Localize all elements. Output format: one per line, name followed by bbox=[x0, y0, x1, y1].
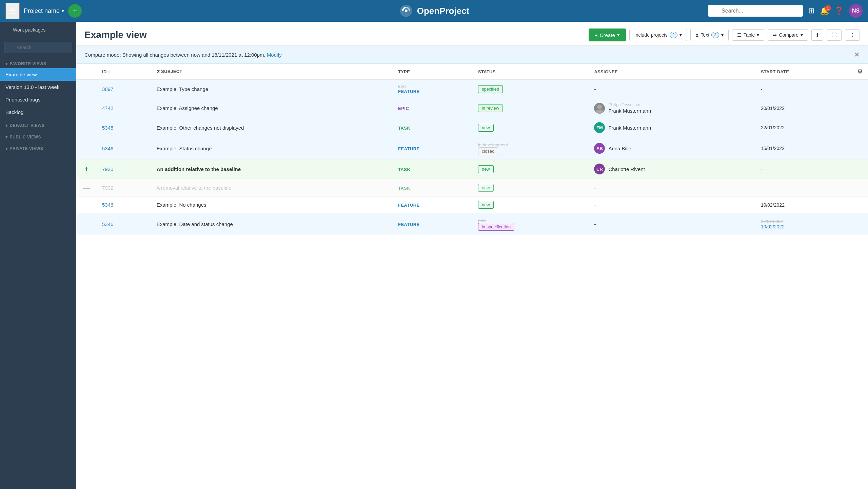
create-button[interactable]: + Create ▾ bbox=[589, 29, 626, 41]
row-assignee: - bbox=[589, 213, 755, 235]
row-actions bbox=[852, 179, 868, 197]
settings-gear-icon[interactable]: ⚙ bbox=[857, 68, 863, 75]
compare-banner-close[interactable]: ✕ bbox=[854, 51, 860, 59]
topnav-right: 🔍 ⊞ 🔔 1 ❓ NS bbox=[708, 4, 863, 18]
help-button[interactable]: ❓ bbox=[834, 6, 844, 15]
row-actions bbox=[852, 80, 868, 98]
public-views-section[interactable]: ▾ PUBLIC VIEWS bbox=[0, 130, 76, 142]
notifications-button[interactable]: 🔔 1 bbox=[820, 6, 829, 15]
col-id-header[interactable]: ID ↑ bbox=[97, 64, 151, 80]
main-content: Example view + Create ▾ Include projects… bbox=[76, 22, 868, 489]
row-indicator-cell bbox=[76, 137, 97, 159]
col-status-header[interactable]: STATUS bbox=[473, 64, 589, 80]
compare-button[interactable]: ⇌ Compare ▾ bbox=[768, 29, 808, 41]
row-startdate: 10/02/2022 bbox=[755, 197, 852, 213]
compare-label: Compare bbox=[779, 32, 798, 38]
row-id[interactable]: 4742 bbox=[97, 98, 151, 118]
public-views-label: PUBLIC VIEWS bbox=[10, 135, 41, 139]
startdate-label: START DATE bbox=[761, 69, 789, 74]
include-projects-chevron-icon: ▾ bbox=[679, 32, 682, 38]
table-header-row: ID ↑ ⧖ SUBJECT TYPE STATUS bbox=[76, 64, 868, 80]
search-wrapper: 🔍 bbox=[708, 5, 803, 17]
row-id[interactable]: 5345 bbox=[97, 118, 151, 137]
id-label: ID bbox=[102, 69, 107, 74]
row-id[interactable]: 5346 bbox=[97, 197, 151, 213]
table-row: 5346 Example: No changes FEATURE new - 1… bbox=[76, 197, 868, 213]
sidebar-search-input[interactable] bbox=[4, 42, 72, 53]
row-startdate: - bbox=[755, 179, 852, 197]
assignee-avatar: CR bbox=[594, 164, 605, 174]
table-button[interactable]: ☰ Table ▾ bbox=[732, 29, 764, 41]
text-filter-button[interactable]: ⧗ Text 3 ▾ bbox=[690, 29, 729, 41]
sidebar-item-example-view[interactable]: Example view bbox=[0, 68, 76, 81]
modify-link[interactable]: Modify bbox=[267, 52, 282, 58]
text-filter-label: Text bbox=[701, 32, 710, 38]
sidebar-item-prioritised-bugs[interactable]: Prioritised bugs bbox=[0, 93, 76, 106]
row-id[interactable]: 5346 bbox=[97, 213, 151, 235]
sidebar-item-backlog[interactable]: Backlog bbox=[0, 106, 76, 118]
type-value: TASK bbox=[398, 167, 410, 172]
row-id[interactable]: 3897 bbox=[97, 80, 151, 98]
info-button[interactable]: ℹ bbox=[811, 29, 823, 41]
fullscreen-button[interactable]: ⛶ bbox=[827, 29, 842, 41]
startdate-old-value: 20/01/2022 bbox=[761, 219, 846, 224]
row-type: FEATURE bbox=[393, 197, 473, 213]
back-to-work-packages[interactable]: ← Work packages bbox=[0, 22, 76, 38]
row-id[interactable]: 7930 bbox=[97, 159, 151, 179]
more-button[interactable]: ⋮ bbox=[845, 29, 860, 41]
col-settings-header[interactable]: ⚙ bbox=[852, 64, 868, 80]
subject-label: SUBJECT bbox=[161, 69, 182, 74]
create-label: Create bbox=[600, 32, 615, 38]
app-logo: OpenProject bbox=[399, 3, 470, 18]
default-views-arrow-icon: ▾ bbox=[5, 123, 8, 128]
row-subject: Example: Other changes not displayed bbox=[151, 118, 393, 137]
row-indicator-cell: — bbox=[76, 179, 97, 197]
row-assignee: CR Charlotte Rivent bbox=[589, 159, 755, 179]
status-badge: new bbox=[478, 165, 494, 173]
col-type-header[interactable]: TYPE bbox=[393, 64, 473, 80]
grid-menu-button[interactable]: ⊞ bbox=[808, 6, 814, 15]
back-label: Work packages bbox=[13, 27, 45, 33]
status-badge: in review bbox=[478, 104, 503, 112]
back-arrow-icon: ← bbox=[5, 27, 10, 33]
row-indicator-cell bbox=[76, 98, 97, 118]
toolbar: + Create ▾ Include projects 2 ▾ ⧗ Text 3… bbox=[589, 29, 860, 41]
project-selector[interactable]: Project name ▾ bbox=[24, 7, 64, 15]
row-actions bbox=[852, 213, 868, 235]
include-projects-button[interactable]: Include projects 2 ▾ bbox=[629, 29, 687, 41]
type-label: TYPE bbox=[398, 69, 410, 74]
row-id[interactable]: 7932 bbox=[97, 179, 151, 197]
sidebar-search-wrap: 🔍 bbox=[0, 38, 76, 57]
compare-icon: ⇌ bbox=[773, 32, 777, 38]
public-views-arrow-icon: ▾ bbox=[5, 135, 8, 139]
filter-col-icon: ⧖ bbox=[157, 69, 160, 74]
private-views-section[interactable]: ▾ PRIVATE VIEWS bbox=[0, 142, 76, 153]
sidebar-item-version-13[interactable]: Version 13.0 - last week bbox=[0, 81, 76, 93]
col-subject-header[interactable]: ⧖ SUBJECT bbox=[151, 64, 393, 80]
table-row: 3897 Example: Type change Epic FEATURE s… bbox=[76, 80, 868, 98]
user-avatar[interactable]: NS bbox=[849, 4, 863, 18]
row-indicator-cell: + bbox=[76, 159, 97, 179]
table-row: 5346 Example: Status change FEATURE in d… bbox=[76, 137, 868, 159]
col-startdate-header[interactable]: START DATE bbox=[755, 64, 852, 80]
filter-icon: ⧗ bbox=[695, 32, 699, 38]
table-row: 5346 Example: Date and status change FEA… bbox=[76, 213, 868, 235]
search-input[interactable] bbox=[708, 5, 803, 17]
row-id[interactable]: 5346 bbox=[97, 137, 151, 159]
status-old-value: in development bbox=[478, 142, 508, 147]
app-layout: ← Work packages 🔍 ▾ FAVORITE VIEWS Examp… bbox=[0, 22, 868, 489]
add-button[interactable]: + bbox=[68, 4, 82, 18]
hamburger-menu[interactable]: ☰ bbox=[5, 3, 20, 19]
col-assignee-header[interactable]: ASSIGNEE bbox=[589, 64, 755, 80]
text-filter-chevron-icon: ▾ bbox=[721, 32, 724, 38]
create-plus-icon: + bbox=[595, 32, 598, 38]
text-filter-count: 3 bbox=[711, 32, 719, 38]
favorite-views-section[interactable]: ▾ FAVORITE VIEWS bbox=[0, 57, 76, 68]
assignee-avatar: AB bbox=[594, 143, 605, 154]
row-actions bbox=[852, 98, 868, 118]
sidebar: ← Work packages 🔍 ▾ FAVORITE VIEWS Examp… bbox=[0, 22, 76, 489]
default-views-section[interactable]: ▾ DEFAULT VIEWS bbox=[0, 118, 76, 130]
row-startdate: 22/01/2022 bbox=[755, 118, 852, 137]
row-status: in development closed bbox=[473, 137, 589, 159]
row-type: TASK bbox=[393, 118, 473, 137]
